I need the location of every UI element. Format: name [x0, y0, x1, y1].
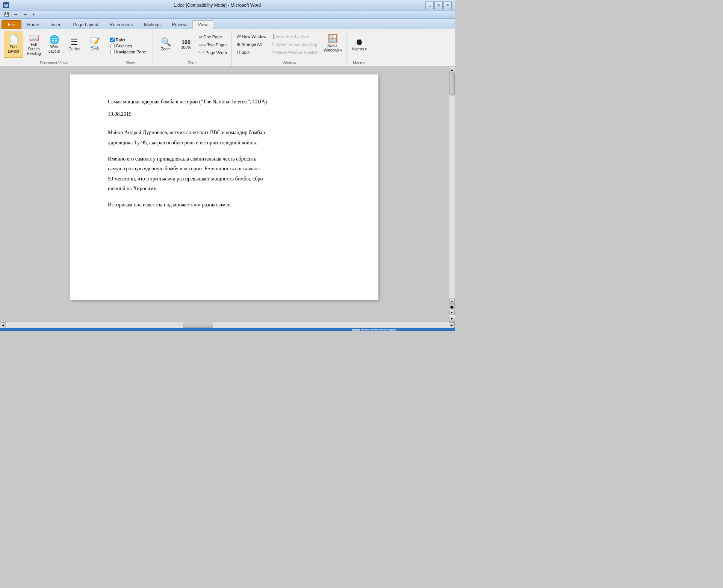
tab-mailings[interactable]: Mailings [138, 20, 166, 29]
title-bar: W 1.doc [Compatibility Mode] - Microsoft… [0, 0, 455, 11]
outline-view-button[interactable]: ≡ [379, 329, 387, 331]
synchronous-scrolling-button[interactable]: ⇅ Synchronous Scrolling [270, 41, 321, 48]
select-browse-button[interactable]: ⬤ [449, 304, 455, 309]
scroll-track[interactable] [449, 73, 455, 298]
full-screen-view-button[interactable]: ⊞ [361, 329, 369, 331]
window-col2: ▐ View Side by Side ⇅ Synchronous Scroll… [270, 33, 321, 56]
two-pages-button[interactable]: ▭▭ Two Pages [197, 41, 229, 48]
one-page-button[interactable]: ▭ One Page [197, 33, 229, 40]
navigation-pane-checkbox[interactable] [110, 50, 115, 54]
zoom-100-button[interactable]: 100 100% [176, 32, 196, 58]
save-button[interactable]: 💾 [3, 11, 11, 18]
web-view-button[interactable]: 🌐 [370, 329, 378, 331]
ruler-checkbox-row[interactable]: Ruler [110, 37, 126, 42]
document-para3: Историкам она известна под множеством ра… [108, 200, 348, 210]
tab-view[interactable]: View [192, 20, 213, 29]
word-count: Words: 987 [30, 330, 51, 331]
word-icon: W [3, 2, 9, 8]
reset-window-button[interactable]: ↺ Reset Window Position [270, 48, 321, 56]
arrange-all-button[interactable]: ⊞ Arrange All [235, 41, 268, 48]
redo-button[interactable]: ↪ [21, 11, 29, 18]
zoom-minus-button[interactable]: − [397, 329, 400, 331]
switch-windows-button[interactable]: 🪟 SwitchWindows ▾ [322, 32, 344, 56]
close-button[interactable]: ✕ [443, 2, 452, 9]
status-right: ▣ ⊞ 🌐 ≡ 📝 − + 112% [352, 329, 452, 331]
print-layout-icon: 📄 [9, 36, 19, 44]
ribbon-group-show: Ruler Gridlines Navigation Pane Show [108, 31, 153, 66]
print-view-button[interactable]: ▣ [352, 329, 360, 331]
undo-button[interactable]: ↩ [12, 11, 20, 18]
ribbon-group-window: 🗗 New Window ⊞ Arrange All ⊟ Split ▐ [233, 31, 346, 66]
quick-access-dropdown[interactable]: ▾ [30, 11, 38, 18]
print-layout-button[interactable]: 📄 PrintLayout [4, 32, 23, 58]
draft-label: Draft [91, 47, 99, 52]
prev-page-button[interactable]: ▲ [449, 299, 455, 304]
web-layout-button[interactable]: 🌐 WebLayout [44, 32, 64, 58]
macros-group-label: Macros [349, 60, 369, 66]
document-views-label: Document Views [4, 60, 104, 66]
page-width-button[interactable]: ⟺ Page Width [197, 49, 229, 56]
window-content: 🗗 New Window ⊞ Arrange All ⊟ Split ▐ [235, 32, 343, 60]
scroll-right-button[interactable]: ► [449, 322, 455, 328]
two-pages-label: Two Pages [207, 42, 227, 47]
two-pages-icon: ▭▭ [198, 42, 206, 47]
print-layout-label: PrintLayout [8, 45, 19, 54]
zoom-level: 112% [441, 330, 452, 331]
scroll-left-button[interactable]: ◄ [0, 322, 6, 328]
ribbon-group-zoom: 🔍 Zoom 100 100% ▭ One Page ▭▭ Two Pages … [154, 31, 232, 66]
status-left: Page: 1 of 6 Words: 987 [3, 330, 51, 331]
minimize-button[interactable]: 🗕 [425, 2, 434, 9]
split-button[interactable]: ⊟ Split [235, 48, 268, 56]
document-page[interactable]: Самая мощная ядерная бомба в истории ("T… [70, 74, 378, 300]
ribbon-group-macros: ⏺ Macros ▾ Macros [347, 31, 371, 66]
scroll-extra-buttons: ▲ ⬤ ▼ [449, 298, 455, 316]
page-indicator: Page: 1 of 6 [3, 330, 25, 331]
ruler-checkbox[interactable] [110, 38, 115, 42]
outline-button[interactable]: ☰ Outline [65, 32, 84, 58]
gridlines-checkbox-row[interactable]: Gridlines [110, 43, 132, 48]
tab-file[interactable]: File [2, 20, 21, 29]
switch-windows-label: SwitchWindows ▾ [324, 44, 342, 53]
sync-scroll-icon: ⇅ [272, 42, 275, 47]
reset-window-icon: ↺ [272, 50, 275, 55]
show-label: Show [110, 60, 150, 66]
window-controls: 🗕 🗗 ✕ [425, 2, 452, 9]
tab-page-layout[interactable]: Page Layout [67, 20, 104, 29]
tab-review[interactable]: Review [166, 20, 192, 29]
zoom-button[interactable]: 🔍 Zoom [156, 32, 175, 58]
scroll-down-button[interactable]: ▼ [449, 316, 455, 322]
full-screen-icon: 📖 [29, 33, 39, 42]
view-side-icon: ▐ [272, 34, 275, 39]
zoom-label: Zoom [161, 47, 171, 52]
gridlines-label: Gridlines [116, 44, 132, 48]
scroll-up-button[interactable]: ▲ [449, 67, 455, 73]
h-scroll-thumb[interactable] [183, 323, 213, 328]
zoom-plus-button[interactable]: + [437, 329, 440, 331]
scroll-thumb[interactable] [449, 73, 455, 95]
window-buttons: 🗗 New Window ⊞ Arrange All ⊟ Split ▐ [235, 32, 343, 56]
restore-button[interactable]: 🗗 [434, 2, 443, 9]
reset-window-label: Reset Window Position [276, 50, 319, 55]
tab-insert[interactable]: Insert [45, 20, 67, 29]
ruler-label: Ruler [116, 38, 126, 42]
draft-view-button[interactable]: 📝 [388, 329, 396, 331]
next-page-button[interactable]: ▼ [449, 310, 455, 315]
document-title: Самая мощная ядерная бомба в истории ("T… [108, 97, 348, 106]
tab-references[interactable]: References [104, 20, 138, 29]
title-bar-left: W [3, 2, 9, 8]
vertical-scrollbar: ▲ ▲ ⬤ ▼ ▼ [449, 67, 455, 322]
new-window-button[interactable]: 🗗 New Window [235, 33, 268, 40]
document-canvas: Самая мощная ядерная бомба в истории ("T… [0, 67, 449, 322]
full-screen-reading-button[interactable]: 📖 Full ScreenReading [24, 32, 44, 58]
navigation-pane-checkbox-row[interactable]: Navigation Pane [110, 49, 146, 55]
view-side-by-side-button[interactable]: ▐ View Side by Side [270, 33, 321, 40]
svg-text:W: W [4, 3, 8, 8]
zoom-100-icon: 100 [182, 39, 190, 45]
gridlines-checkbox[interactable] [110, 44, 115, 48]
outline-label: Outline [68, 47, 80, 52]
h-scroll-track[interactable] [6, 322, 449, 328]
tab-home[interactable]: Home [21, 20, 45, 29]
draft-button[interactable]: 📝 Draft [85, 32, 104, 58]
new-window-label: New Window [242, 34, 266, 39]
macros-button[interactable]: ⏺ Macros ▾ [349, 32, 369, 58]
